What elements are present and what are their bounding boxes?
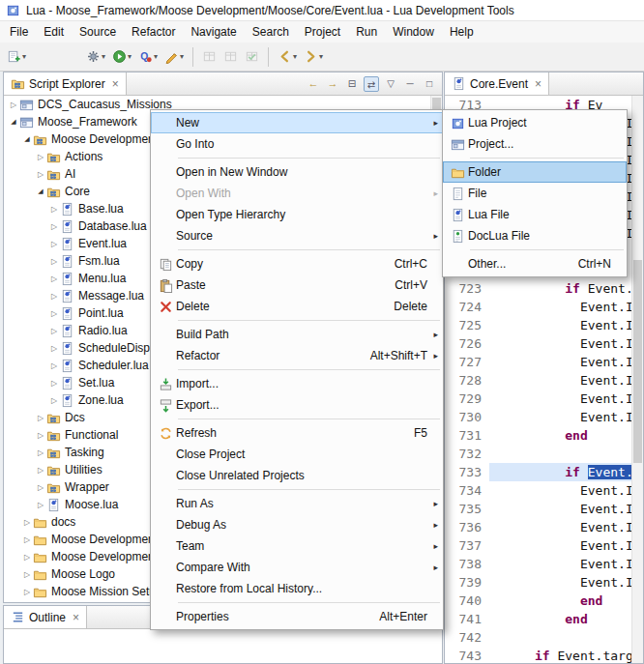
collapse-twisty-icon[interactable]: ◢	[8, 118, 19, 126]
context-menu-item-import[interactable]: Import...	[151, 373, 443, 394]
context-menu-item-new[interactable]: New▸	[151, 112, 443, 133]
editor-scrollbar[interactable]	[631, 96, 643, 663]
expand-twisty-icon[interactable]: ▷	[48, 344, 60, 353]
context-menu-item-properties[interactable]: PropertiesAlt+Enter	[151, 606, 443, 627]
context-menu-item-paste[interactable]: PasteCtrl+V	[151, 274, 443, 296]
expand-twisty-icon[interactable]: ▷	[48, 309, 60, 318]
expand-twisty-icon[interactable]: ▷	[35, 170, 46, 179]
scrollbar-thumb[interactable]	[633, 260, 642, 463]
code-line-734[interactable]: 734 Event.IniDCSUnit = Event.initiator	[445, 481, 631, 500]
dropdown-caret-icon[interactable]: ▾	[128, 52, 132, 61]
code-line-723[interactable]: 723 if Event.IniObjectCategory == Object…	[445, 279, 631, 298]
close-icon[interactable]: ×	[73, 611, 79, 624]
forward-button[interactable]: ▾	[301, 45, 326, 69]
forward-button[interactable]: →	[325, 76, 340, 92]
code-line-733[interactable]: 733 if Event.IniObjectCategory == Object…	[445, 463, 631, 481]
new-submenu-item-doclua-file[interactable]: DocLua File	[443, 225, 627, 246]
back-button[interactable]: ←	[306, 76, 321, 92]
close-icon[interactable]: ×	[535, 77, 542, 91]
code-line-725[interactable]: 725 Event.IniDCSUnitName = Event.IniDCSU…	[445, 316, 631, 334]
context-menu-item-compare-with[interactable]: Compare With▸	[151, 557, 443, 578]
menubar-search[interactable]: Search	[245, 22, 297, 42]
code-line-736[interactable]: 736 Event.IniUnitName = Event.IniDCSUnit…	[445, 518, 631, 536]
expand-twisty-icon[interactable]: ▷	[48, 361, 60, 370]
expand-twisty-icon[interactable]: ▷	[48, 274, 60, 283]
tab-outline[interactable]: Outline ×	[4, 606, 87, 628]
menubar-edit[interactable]: Edit	[36, 22, 72, 42]
menubar-project[interactable]: Project	[297, 22, 348, 42]
code-line-738[interactable]: 738 Event.IniDCSGroup = Event.IniDCSUnit…	[445, 555, 631, 573]
expand-twisty-icon[interactable]: ▷	[48, 292, 60, 301]
dropdown-caret-icon[interactable]: ▾	[22, 52, 26, 61]
code-line-741[interactable]: 741 end	[445, 610, 631, 628]
minimize-button[interactable]: ─	[402, 76, 418, 92]
expand-twisty-icon[interactable]: ▷	[35, 414, 46, 422]
code-line-743[interactable]: 743 if Event.target then	[445, 647, 631, 663]
tab-core-event[interactable]: Core.Event ×	[445, 72, 549, 95]
expand-twisty-icon[interactable]: ▷	[35, 466, 46, 475]
expand-twisty-icon[interactable]: ▷	[48, 240, 60, 248]
expand-twisty-icon[interactable]: ▷	[35, 153, 46, 161]
context-menu-item-delete[interactable]: DeleteDelete	[151, 296, 443, 317]
code-line-740[interactable]: 740 end	[445, 592, 631, 610]
profile-button[interactable]: Q▾	[135, 45, 161, 69]
dropdown-caret-icon[interactable]: ▾	[102, 52, 105, 61]
new-submenu-item-lua-project[interactable]: Lua Project	[443, 112, 627, 133]
expand-twisty-icon[interactable]: ▷	[48, 396, 60, 405]
menubar-source[interactable]: Source	[72, 22, 124, 42]
menubar-navigate[interactable]: Navigate	[183, 22, 244, 42]
code-line-728[interactable]: 728 Event.IniDCSGroup = Event.IniDCSUnit…	[445, 371, 631, 390]
menubar-window[interactable]: Window	[385, 22, 442, 42]
collapse-twisty-icon[interactable]: ◢	[21, 135, 33, 143]
menubar-run[interactable]: Run	[348, 22, 385, 42]
menubar-help[interactable]: Help	[442, 22, 482, 42]
context-menu-item-build-path[interactable]: Build Path▸	[151, 324, 443, 345]
new-submenu-item-other[interactable]: Other...Ctrl+N	[443, 253, 627, 274]
expand-twisty-icon[interactable]: ▷	[21, 588, 33, 596]
dropdown-caret-icon[interactable]: ▾	[154, 52, 158, 61]
expand-twisty-icon[interactable]: ▷	[35, 448, 46, 457]
expand-twisty-icon[interactable]: ▷	[21, 518, 33, 527]
expand-twisty-icon[interactable]: ▷	[48, 257, 60, 266]
context-menu-item-open-in-new-window[interactable]: Open in New Window	[151, 161, 443, 183]
back-button[interactable]: ▾	[275, 45, 300, 69]
new-submenu-item-project[interactable]: Project...	[443, 133, 627, 155]
context-menu-item-refresh[interactable]: RefreshF5	[151, 422, 443, 444]
expand-twisty-icon[interactable]: ▷	[21, 570, 33, 579]
code-line-726[interactable]: 726 Event.IniUnitName = Event.IniDCSUnit…	[445, 334, 631, 353]
code-line-729[interactable]: 729 Event.IniDCSGroupName = Event.IniDCS…	[445, 390, 631, 408]
expand-twisty-icon[interactable]: ▷	[8, 101, 19, 109]
expand-twisty-icon[interactable]: ▷	[35, 483, 46, 492]
dropdown-caret-icon[interactable]: ▾	[319, 52, 323, 61]
close-icon[interactable]: ×	[112, 77, 119, 91]
context-menu-item-source[interactable]: Source▸	[151, 225, 443, 246]
link-with-editor-button[interactable]: ⇄	[364, 76, 379, 92]
expand-twisty-icon[interactable]: ▷	[48, 327, 60, 335]
code-line-731[interactable]: 731 end	[445, 426, 631, 445]
new-submenu-item-file[interactable]: File	[443, 183, 627, 204]
code-line-732[interactable]: 732	[445, 445, 631, 463]
context-menu-item-run-as[interactable]: Run As▸	[151, 493, 443, 514]
menubar-file[interactable]: File	[2, 22, 36, 42]
expand-twisty-icon[interactable]: ▷	[48, 222, 60, 231]
tab-script-explorer[interactable]: Script Explorer ×	[4, 72, 127, 95]
expand-twisty-icon[interactable]: ▷	[21, 535, 33, 544]
external-tools-button[interactable]: ▾	[83, 45, 108, 69]
code-line-724[interactable]: 724 Event.IniDCSUnit = Event.initiator	[445, 298, 631, 316]
context-menu-item-restore-from-local-history[interactable]: Restore from Local History...	[151, 578, 443, 599]
new-submenu-item-folder[interactable]: Folder	[443, 161, 627, 183]
view-menu-button[interactable]: ▽	[383, 76, 398, 92]
code-line-727[interactable]: 727 Event.IniUnit = UNIT:FindByName( Eve…	[445, 353, 631, 371]
code-line-739[interactable]: 739 Event.IniGroupName = Event.IniDCSGro…	[445, 573, 631, 592]
dropdown-caret-icon[interactable]: ▾	[180, 52, 184, 61]
expand-twisty-icon[interactable]: ▷	[35, 431, 46, 440]
code-line-737[interactable]: 737 Event.IniUnit = UNIT:FindByName( Eve…	[445, 536, 631, 555]
new-wizard-button[interactable]: ▾	[4, 45, 29, 69]
context-menu-item-debug-as[interactable]: Debug As▸	[151, 514, 443, 535]
run-button[interactable]: ▾	[109, 45, 134, 69]
context-menu-item-copy[interactable]: CopyCtrl+C	[151, 253, 443, 274]
context-menu-item-close-project[interactable]: Close Project	[151, 444, 443, 465]
context-menu-item-open-type-hierarchy[interactable]: Open Type Hierarchy	[151, 204, 443, 225]
collapse-all-button[interactable]: ⊟	[344, 76, 360, 92]
new-submenu-item-lua-file[interactable]: Lua File	[443, 204, 627, 225]
